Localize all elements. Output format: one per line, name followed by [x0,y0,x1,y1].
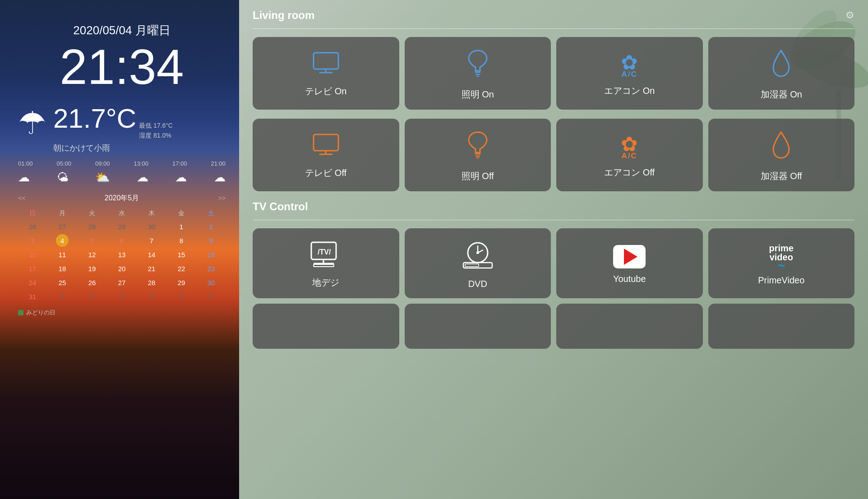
calendar-next[interactable]: >> [218,194,226,202]
cal-cell[interactable]: 27 [107,276,136,289]
cal-cell[interactable]: 3 [18,234,47,247]
calendar-header: << 2020年5月 >> [18,194,226,203]
cal-cell[interactable]: 9 [197,234,226,247]
bottom-btn-2[interactable] [405,304,551,349]
cal-cell[interactable]: 6 [107,234,136,247]
tv-off-button[interactable]: テレビ Off [253,119,399,191]
cal-cell[interactable]: 22 [167,262,196,275]
bottom-btn-3[interactable] [556,304,703,349]
light-on-button[interactable]: 照明 On [405,37,551,110]
ac-on-button[interactable]: ✿ A/C エアコン On [556,37,703,110]
bottom-btn-1[interactable] [253,304,399,349]
cal-cell[interactable]: 25 [48,276,77,289]
cal-cell[interactable]: 12 [78,248,106,261]
temp-low: 最低 17.6°C [139,120,173,130]
svg-point-24 [476,251,479,254]
prime-text-prime: prime [769,244,794,253]
cal-cell[interactable]: 20 [107,262,136,275]
cal-cell[interactable]: 18 [48,262,77,275]
cal-cell[interactable]: 5 [167,290,196,303]
cal-cell[interactable]: 19 [78,262,106,275]
cal-cell[interactable]: 4 [137,290,166,303]
calendar-month: 2020年5月 [105,194,139,203]
cal-cell[interactable]: 26 [18,220,47,233]
cal-header-sun: 日 [18,208,47,219]
cal-cell[interactable]: 30 [137,220,166,233]
prime-video-label: PrimeVideo [758,275,804,286]
cal-header-sat: 土 [197,208,226,219]
humid-on-button[interactable]: 加湿器 On [708,37,855,110]
cal-cell[interactable]: 27 [48,220,77,233]
bottom-partial-row [253,304,854,349]
cal-header-mon: 月 [48,208,77,219]
youtube-label: Youtube [613,274,646,284]
cal-cell-today[interactable]: 4 [56,234,69,247]
date-display: 2020/05/04 月曜日 [18,23,226,38]
hourly-icon-4: ☁ [137,171,148,185]
humid-off-label: 加湿器 Off [761,170,802,182]
tv-control-title: TV Control [253,200,308,213]
humid-off-button[interactable]: 加湿器 Off [708,119,855,191]
cal-cell[interactable]: 21 [137,262,166,275]
cal-cell[interactable]: 14 [137,248,166,261]
cal-cell[interactable]: 3 [107,290,136,303]
cal-cell[interactable]: 16 [197,248,226,261]
hourly-icons: ☁ 🌤 ⛅ ☁ ☁ ☁ [18,171,226,185]
hourly-icon-5: ☁ [175,171,187,185]
prime-video-button[interactable]: prime video 〜 PrimeVideo [708,228,855,298]
cal-cell[interactable]: 17 [18,262,47,275]
tv-buttons-grid: /TV/ 地デジ [253,228,854,298]
cal-cell[interactable]: 28 [78,220,106,233]
cal-cell[interactable]: 29 [167,276,196,289]
calendar-grid: 日 月 火 水 木 金 土 26 27 28 29 30 1 2 3 4 [18,208,226,303]
cal-cell[interactable]: 8 [167,234,196,247]
holiday-color-square [18,310,23,315]
dvd-button[interactable]: DVD [405,228,551,298]
cal-cell[interactable]: 23 [197,262,226,275]
prime-text-video: video [770,253,793,262]
dvd-icon [460,240,496,273]
light-off-button[interactable]: 照明 Off [405,119,551,191]
cal-cell[interactable]: 11 [48,248,77,261]
tv-on-button[interactable]: テレビ On [253,37,399,110]
calendar-section: << 2020年5月 >> 日 月 火 水 木 金 土 26 27 28 29 … [18,194,226,317]
humidity: 湿度 81.0% [139,130,173,140]
cal-cell[interactable]: 28 [137,276,166,289]
cal-cell[interactable]: 1 [48,290,77,303]
cal-header-fri: 金 [167,208,196,219]
tv-control-divider [253,220,854,220]
cal-cell[interactable]: 30 [197,276,226,289]
cal-cell[interactable]: 2 [78,290,106,303]
hourly-forecast: 01:00 05:00 09:00 13:00 17:00 21:00 ☁ 🌤 … [18,160,226,185]
tv-control-section: TV Control /TV/ 地デジ [253,200,854,298]
youtube-button[interactable]: Youtube [556,228,703,298]
cal-cell[interactable]: 29 [107,220,136,233]
cal-cell[interactable]: 1 [167,220,196,233]
ac-on-icon: ✿ A/C [621,52,638,78]
holiday-label: みどりの日 [26,309,55,317]
cal-cell[interactable]: 13 [107,248,136,261]
cal-cell[interactable]: 15 [167,248,196,261]
cal-header-tue: 火 [78,208,106,219]
cal-cell[interactable]: 6 [197,290,226,303]
cal-cell[interactable]: 7 [137,234,166,247]
chideji-button[interactable]: /TV/ 地デジ [253,228,399,298]
light-on-label: 照明 On [462,88,494,101]
holiday-note: みどりの日 [18,309,226,317]
bottom-btn-4[interactable] [708,304,855,349]
cal-cell[interactable]: 24 [18,276,47,289]
chideji-label: 地デジ [312,277,339,289]
humid-on-label: 加湿器 On [761,88,802,101]
prime-arrow-icon: 〜 [778,263,785,270]
calendar-prev[interactable]: << [18,194,25,202]
weather-section: ☂ 21.7°C 最低 17.6°C 湿度 81.0% 朝にかけて小雨 [18,105,226,153]
cal-cell[interactable]: 10 [18,248,47,261]
cal-cell[interactable]: 26 [78,276,106,289]
cal-cell[interactable]: 31 [18,290,47,303]
settings-icon[interactable]: ⚙ [845,9,854,21]
cal-cell[interactable]: 2 [197,220,226,233]
cal-cell[interactable]: 5 [78,234,106,247]
tv-on-icon [311,52,341,79]
ac-off-button[interactable]: ✿ A/C エアコン Off [556,119,703,191]
svg-rect-20 [314,264,334,267]
